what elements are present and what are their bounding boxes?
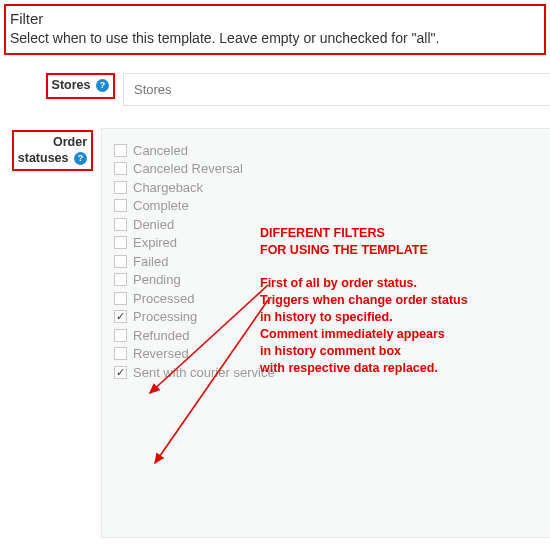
status-item[interactable]: Canceled <box>114 143 538 158</box>
status-label: Pending <box>133 272 181 287</box>
stores-row: Stores ? <box>0 73 550 106</box>
status-checkbox[interactable] <box>114 144 127 157</box>
annotation-body1: First of all by order status. <box>260 275 417 292</box>
stores-label: Stores <box>52 78 91 92</box>
status-label: Complete <box>133 198 189 213</box>
statuses-label-col: Order statuses ? <box>6 128 101 171</box>
status-checkbox[interactable] <box>114 273 127 286</box>
filter-header-box: Filter Select when to use this template.… <box>4 4 546 55</box>
filter-title: Filter <box>10 9 540 29</box>
annotation-body5: in history comment box <box>260 343 401 360</box>
status-label: Expired <box>133 235 177 250</box>
help-icon[interactable]: ? <box>74 152 87 165</box>
status-item[interactable]: Complete <box>114 198 538 213</box>
status-item[interactable]: Chargeback <box>114 180 538 195</box>
help-icon[interactable]: ? <box>96 79 109 92</box>
status-checkbox[interactable] <box>114 236 127 249</box>
annotation-heading2: FOR USING THE TEMPLATE <box>260 242 428 259</box>
annotation-body6: with respective data replaced. <box>260 360 438 377</box>
status-checkbox[interactable] <box>114 255 127 268</box>
status-label: Refunded <box>133 328 189 343</box>
stores-input[interactable] <box>123 73 550 106</box>
statuses-label-highlight: Order statuses ? <box>12 130 93 171</box>
status-checkbox[interactable] <box>114 366 127 379</box>
annotation-body4: Comment immediately appears <box>260 326 445 343</box>
status-checkbox[interactable] <box>114 329 127 342</box>
status-checkbox[interactable] <box>114 310 127 323</box>
status-label: Chargeback <box>133 180 203 195</box>
status-label: Canceled Reversal <box>133 161 243 176</box>
stores-label-highlight: Stores ? <box>46 73 115 99</box>
status-checkbox[interactable] <box>114 162 127 175</box>
status-checkbox[interactable] <box>114 292 127 305</box>
status-label: Canceled <box>133 143 188 158</box>
stores-input-col <box>123 73 550 106</box>
status-label: Processed <box>133 291 194 306</box>
stores-label-col: Stores ? <box>28 73 123 99</box>
status-label: Denied <box>133 217 174 232</box>
status-checkbox[interactable] <box>114 347 127 360</box>
annotation-body2: Triggers when change order status <box>260 292 468 309</box>
annotation-heading1: DIFFERENT FILTERS <box>260 225 385 242</box>
annotation-body3: in history to specified. <box>260 309 393 326</box>
statuses-label-line2: statuses <box>18 151 69 165</box>
status-checkbox[interactable] <box>114 199 127 212</box>
status-label: Sent with courier service <box>133 365 275 380</box>
status-label: Processing <box>133 309 197 324</box>
status-checkbox[interactable] <box>114 218 127 231</box>
statuses-label-line1: Order <box>53 135 87 149</box>
status-item[interactable]: Canceled Reversal <box>114 161 538 176</box>
status-checkbox[interactable] <box>114 181 127 194</box>
filter-subtitle: Select when to use this template. Leave … <box>10 29 540 48</box>
status-label: Failed <box>133 254 168 269</box>
status-label: Reversed <box>133 346 189 361</box>
